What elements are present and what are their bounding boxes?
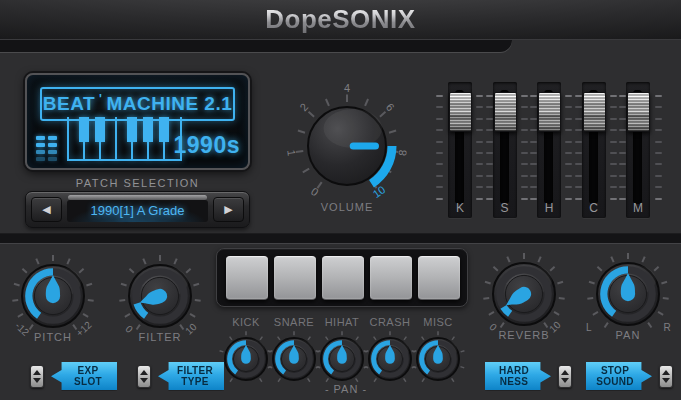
fader-scale-dash: [476, 175, 483, 177]
pad-misc[interactable]: [418, 256, 460, 300]
fader-scale-dash: [486, 129, 493, 131]
fader-scale-dash: [521, 186, 528, 188]
patch-value-display[interactable]: 1990[1] A Grade: [67, 200, 208, 222]
pan-misc-knob[interactable]: [402, 323, 474, 395]
pad-kick[interactable]: [226, 256, 268, 300]
fader-scale-dash: [436, 141, 443, 143]
svg-text:1: 1: [285, 149, 298, 157]
stop-sound-stepper[interactable]: [659, 365, 673, 388]
fader-scale-dash: [476, 95, 483, 97]
fader-handle[interactable]: [494, 92, 517, 132]
fader-bank: KSHCM: [436, 80, 664, 222]
patch-next-button[interactable]: ▶: [213, 197, 244, 222]
fader-label: S: [493, 201, 517, 215]
fader-handle[interactable]: [538, 92, 561, 132]
hardness-stepper[interactable]: [558, 365, 572, 388]
fader-scale-dash: [476, 141, 483, 143]
fader-scale-dash: [521, 118, 528, 120]
volume-label: VOLUME: [297, 201, 397, 213]
stepper-up-icon: [140, 370, 148, 375]
fader-scale-dash: [565, 118, 572, 120]
fader-scale-dash: [575, 163, 582, 165]
fader-handle[interactable]: [449, 92, 472, 132]
fader-scale-dash: [486, 118, 493, 120]
fader-scale-dash: [486, 175, 493, 177]
fader-scale-dash: [655, 152, 662, 154]
fader-scale-dash: [476, 129, 483, 131]
pattern-list-icon: [36, 136, 57, 161]
fader-scale-dash: [521, 163, 528, 165]
fader-scale-dash: [476, 118, 483, 120]
fader-handle[interactable]: [583, 92, 606, 132]
exp-slot-tag[interactable]: EXP SLOT: [51, 362, 117, 390]
stepper-down-icon: [662, 378, 670, 383]
fader-scale-dash: [575, 198, 582, 200]
fader-scale-dash: [565, 141, 572, 143]
lcd-title: BEAT' MACHINE 2.1: [40, 87, 235, 121]
fader-scale-dash: [530, 118, 537, 120]
patch-prev-button[interactable]: ◀: [31, 197, 62, 222]
svg-text:2: 2: [297, 101, 310, 114]
lcd-display: BEAT' MACHINE 2.1 1990s: [25, 73, 250, 170]
exp-slot-stepper[interactable]: [30, 365, 44, 388]
fader-scale-dash: [565, 95, 572, 97]
hardness-group: HARD NESS: [485, 362, 572, 390]
fader-scale-dash: [436, 106, 443, 108]
filter-type-stepper[interactable]: [137, 365, 151, 388]
fader-scale-dash: [610, 175, 617, 177]
fader-scale-dash: [655, 163, 662, 165]
fader-scale-dash: [530, 175, 537, 177]
pad-crash[interactable]: [370, 256, 412, 300]
fader-scale-dash: [530, 129, 537, 131]
fader-scale-dash: [436, 163, 443, 165]
svg-text:0: 0: [309, 185, 321, 198]
patch-selector: ◀ 1990[1] A Grade ▶: [25, 191, 250, 228]
pad-snare[interactable]: [274, 256, 316, 300]
fader-scale-dash: [436, 95, 443, 97]
fader-scale-dash: [655, 186, 662, 188]
fader-scale-dash: [521, 95, 528, 97]
fader-scale-dash: [565, 152, 572, 154]
fader-scale-dash: [436, 186, 443, 188]
pad-bank: [216, 248, 468, 307]
fader-scale-dash: [565, 186, 572, 188]
fader-scale-dash: [476, 163, 483, 165]
filter-label: FILTER: [110, 331, 210, 343]
volume-knob[interactable]: 01246810: [280, 79, 414, 213]
hardness-tag[interactable]: HARD NESS: [485, 362, 551, 390]
fader-label: M: [626, 201, 650, 215]
fader-scale-dash: [655, 129, 662, 131]
fader-scale-dash: [610, 198, 617, 200]
stepper-down-icon: [561, 378, 569, 383]
fader-scale-dash: [610, 152, 617, 154]
lcd-era-value: 1990s: [174, 132, 240, 159]
fader-scale-dash: [565, 129, 572, 131]
fader-scale-dash: [575, 175, 582, 177]
fader-scale-dash: [575, 141, 582, 143]
fader-scale-dash: [436, 129, 443, 131]
fader-scale-dash: [486, 186, 493, 188]
patch-selection-label: PATCH SELECTION: [25, 177, 250, 189]
fader-scale-dash: [565, 198, 572, 200]
fader-scale-dash: [619, 163, 626, 165]
fader-scale-dash: [486, 163, 493, 165]
filter-type-tag[interactable]: FILTER TYPE: [158, 362, 224, 390]
fader-scale-dash: [575, 186, 582, 188]
fader-scale-dash: [655, 118, 662, 120]
stop-sound-tag[interactable]: STOP SOUND: [586, 362, 652, 390]
stepper-down-icon: [140, 378, 148, 383]
fader-scale-dash: [436, 152, 443, 154]
fader-scale-dash: [619, 186, 626, 188]
fader-label: C: [582, 201, 606, 215]
pad-hihat[interactable]: [322, 256, 364, 300]
fader-scale-dash: [476, 106, 483, 108]
fader-scale-dash: [476, 152, 483, 154]
fader-handle[interactable]: [627, 92, 650, 132]
fader-scale-dash: [610, 141, 617, 143]
fader-scale-dash: [619, 141, 626, 143]
fader-scale-dash: [575, 152, 582, 154]
fader-scale-dash: [530, 141, 537, 143]
stop-sound-group: STOP SOUND: [586, 362, 673, 390]
fader-scale-dash: [619, 95, 626, 97]
fader-h: H: [537, 82, 561, 218]
